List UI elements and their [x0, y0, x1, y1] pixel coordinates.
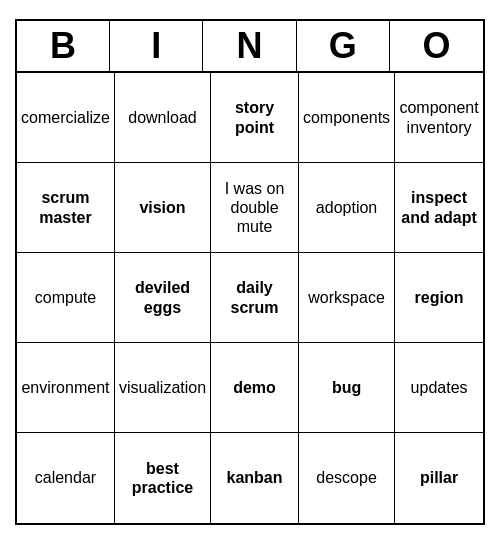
- cell-text: component inventory: [399, 98, 479, 136]
- cell-text: vision: [139, 198, 185, 217]
- cell-text: download: [128, 108, 197, 127]
- bingo-cell: descope: [299, 433, 395, 523]
- cell-text: descope: [316, 468, 377, 487]
- bingo-cell: download: [115, 73, 211, 163]
- bingo-cell: components: [299, 73, 395, 163]
- bingo-cell: bug: [299, 343, 395, 433]
- bingo-card: BINGO comercializedownloadstory pointcom…: [15, 19, 485, 525]
- bingo-cell: scrum master: [17, 163, 115, 253]
- header-letter: O: [390, 21, 483, 71]
- cell-text: visualization: [119, 378, 206, 397]
- cell-text: scrum master: [21, 188, 110, 226]
- cell-text: components: [303, 108, 390, 127]
- cell-text: calendar: [35, 468, 96, 487]
- bingo-cell: demo: [211, 343, 299, 433]
- header-letter: I: [110, 21, 203, 71]
- bingo-cell: I was on double mute: [211, 163, 299, 253]
- bingo-cell: workspace: [299, 253, 395, 343]
- bingo-cell: adoption: [299, 163, 395, 253]
- bingo-cell: deviled eggs: [115, 253, 211, 343]
- cell-text: compute: [35, 288, 96, 307]
- bingo-cell: compute: [17, 253, 115, 343]
- bingo-cell: daily scrum: [211, 253, 299, 343]
- cell-text: region: [415, 288, 464, 307]
- bingo-cell: kanban: [211, 433, 299, 523]
- cell-text: bug: [332, 378, 361, 397]
- bingo-cell: inspect and adapt: [395, 163, 483, 253]
- cell-text: story point: [215, 98, 294, 136]
- cell-text: demo: [233, 378, 276, 397]
- bingo-cell: updates: [395, 343, 483, 433]
- cell-text: adoption: [316, 198, 377, 217]
- bingo-cell: environment: [17, 343, 115, 433]
- cell-text: workspace: [308, 288, 384, 307]
- bingo-cell: calendar: [17, 433, 115, 523]
- cell-text: I was on double mute: [215, 179, 294, 237]
- bingo-grid: comercializedownloadstory pointcomponent…: [17, 73, 483, 523]
- cell-text: environment: [21, 378, 109, 397]
- bingo-cell: comercialize: [17, 73, 115, 163]
- bingo-cell: pillar: [395, 433, 483, 523]
- cell-text: daily scrum: [215, 278, 294, 316]
- cell-text: pillar: [420, 468, 458, 487]
- bingo-cell: region: [395, 253, 483, 343]
- header-letter: N: [203, 21, 296, 71]
- cell-text: updates: [411, 378, 468, 397]
- bingo-cell: visualization: [115, 343, 211, 433]
- bingo-cell: best practice: [115, 433, 211, 523]
- cell-text: kanban: [227, 468, 283, 487]
- cell-text: comercialize: [21, 108, 110, 127]
- bingo-cell: component inventory: [395, 73, 483, 163]
- bingo-cell: story point: [211, 73, 299, 163]
- bingo-cell: vision: [115, 163, 211, 253]
- cell-text: inspect and adapt: [399, 188, 479, 226]
- cell-text: deviled eggs: [119, 278, 206, 316]
- header-letter: B: [17, 21, 110, 71]
- header-letter: G: [297, 21, 390, 71]
- bingo-header: BINGO: [17, 21, 483, 73]
- cell-text: best practice: [119, 459, 206, 497]
